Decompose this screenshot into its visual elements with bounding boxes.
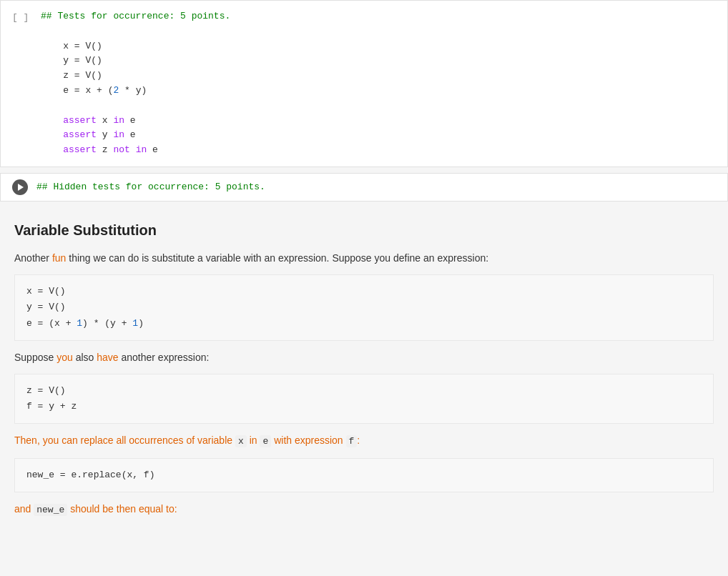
comment-line: ## Tests for occurrence: 5 points. xyxy=(41,11,230,21)
assert-line-2: assert y in e xyxy=(41,129,136,140)
code-line: z = V() xyxy=(41,70,102,81)
variable-substitution-section: Variable Substitution Another fun thing … xyxy=(0,207,728,532)
code-line: new_e = e.replace(x, f) xyxy=(26,467,702,483)
var-f-inline: f xyxy=(346,435,358,447)
var-e-inline: e xyxy=(260,435,271,447)
cell-gutter: [ ] xyxy=(12,9,32,26)
code-line: e = x + (2 * y) xyxy=(41,85,147,96)
assert-line-1: assert x in e xyxy=(41,115,136,126)
code-line: z = V() xyxy=(26,383,702,399)
hidden-tests-cell: ## Hidden tests for occurrence: 5 points… xyxy=(0,173,728,202)
hidden-comment: ## Hidden tests for occurrence: 5 points… xyxy=(36,182,265,192)
var-x-inline: x xyxy=(235,435,247,447)
assert-line-3: assert z not in e xyxy=(41,144,158,155)
code-line: x = V() xyxy=(26,284,702,299)
middle-text: Suppose you also have another expression… xyxy=(14,349,714,365)
replace-text: Then, you can replace all occurrences of… xyxy=(14,432,714,450)
code-cell-occurrence-tests: [ ] ## Tests for occurrence: 5 points. x… xyxy=(0,0,728,167)
cell-body: ## Tests for occurrence: 5 points. x = V… xyxy=(41,9,716,158)
play-button[interactable] xyxy=(12,179,28,195)
code-block-2: z = V() f = y + z xyxy=(14,374,714,424)
intro-text: Another fun thing we can do is substitut… xyxy=(14,250,714,266)
code-line: y = V() xyxy=(41,55,102,66)
section-title: Variable Substitution xyxy=(14,219,714,242)
code-block-1: x = V() y = V() e = (x + 1) * (y + 1) xyxy=(14,274,714,340)
new-e-inline: new_e xyxy=(34,504,67,516)
code-line: e = (x + 1) * (y + 1) xyxy=(26,316,702,332)
code-line: y = V() xyxy=(26,299,702,315)
page-container: [ ] ## Tests for occurrence: 5 points. x… xyxy=(0,0,728,532)
code-block-3: new_e = e.replace(x, f) xyxy=(14,458,714,492)
cell-index: [ ] xyxy=(12,12,29,23)
code-line: f = y + z xyxy=(26,399,702,414)
code-line: x = V() xyxy=(41,41,102,51)
result-text: and new_e should be then equal to: xyxy=(14,501,714,518)
